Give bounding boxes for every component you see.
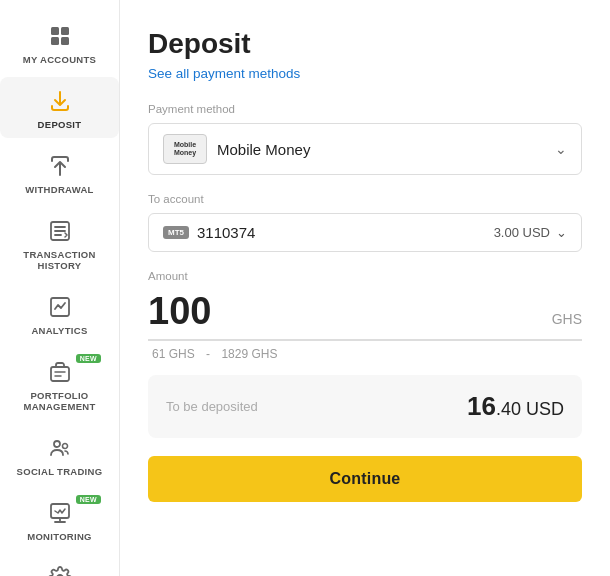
sidebar-item-my-accounts-label: MY ACCOUNTS [23, 54, 97, 65]
portfolio-icon [46, 358, 74, 386]
to-account-section: To account MT5 3110374 3.00 USD ⌄ [148, 193, 582, 252]
continue-button[interactable]: Continue [148, 456, 582, 502]
account-chevron-icon: ⌄ [556, 225, 567, 240]
sidebar-item-settings[interactable]: SETTINGS [0, 554, 119, 576]
monitoring-new-badge: NEW [76, 495, 101, 504]
amount-separator: - [206, 347, 210, 361]
account-right: 3.00 USD ⌄ [494, 225, 567, 240]
svg-rect-6 [51, 367, 69, 381]
sidebar-item-portfolio-label: PORTFOLIO MANAGEMENT [6, 390, 113, 412]
sidebar-item-my-accounts[interactable]: MY ACCOUNTS [0, 12, 119, 73]
svg-point-7 [54, 441, 60, 447]
social-trading-icon [46, 434, 74, 462]
amount-max: 1829 GHS [221, 347, 277, 361]
deposit-small-number: .40 USD [496, 399, 564, 419]
sidebar: MY ACCOUNTS DEPOSIT WITHDRAWAL [0, 0, 120, 576]
sidebar-item-monitoring[interactable]: NEW MONITORING [0, 489, 119, 550]
analytics-icon [46, 293, 74, 321]
sidebar-item-transaction-history-label: TRANSACTION HISTORY [6, 249, 113, 271]
amount-min: 61 GHS [152, 347, 195, 361]
portfolio-new-badge: NEW [76, 354, 101, 363]
transaction-history-icon [46, 217, 74, 245]
deposit-amount: 16.40 USD [467, 391, 564, 422]
svg-point-8 [62, 444, 67, 449]
to-account-label: To account [148, 193, 582, 205]
sidebar-item-withdrawal-label: WITHDRAWAL [25, 184, 93, 195]
sidebar-item-deposit-label: DEPOSIT [38, 119, 82, 130]
sidebar-item-deposit[interactable]: DEPOSIT [0, 77, 119, 138]
account-dropdown[interactable]: MT5 3110374 3.00 USD ⌄ [148, 213, 582, 252]
account-number: 3110374 [197, 224, 255, 241]
amount-input-row: 100 GHS [148, 290, 582, 341]
settings-icon [46, 564, 74, 576]
sidebar-item-social-trading[interactable]: SOCIAL TRADING [0, 424, 119, 485]
see-all-payment-methods-link[interactable]: See all payment methods [148, 66, 582, 81]
amount-currency: GHS [552, 311, 582, 327]
payment-method-label: Payment method [148, 103, 582, 115]
my-accounts-icon [46, 22, 74, 50]
deposit-summary: To be deposited 16.40 USD [148, 375, 582, 438]
mobile-money-icon: MobileMoney [163, 134, 207, 164]
svg-rect-1 [61, 27, 69, 35]
svg-rect-0 [51, 27, 59, 35]
deposit-icon [46, 87, 74, 115]
amount-range: 61 GHS - 1829 GHS [148, 347, 582, 361]
amount-section: Amount 100 GHS 61 GHS - 1829 GHS [148, 270, 582, 361]
mt5-badge: MT5 [163, 226, 189, 239]
sidebar-item-monitoring-label: MONITORING [27, 531, 92, 542]
sidebar-item-analytics-label: ANALYTICS [31, 325, 87, 336]
sidebar-item-social-trading-label: SOCIAL TRADING [17, 466, 103, 477]
sidebar-item-withdrawal[interactable]: WITHDRAWAL [0, 142, 119, 203]
monitoring-icon [46, 499, 74, 527]
payment-method-dropdown[interactable]: MobileMoney Mobile Money ⌄ [148, 123, 582, 175]
sidebar-item-transaction-history[interactable]: TRANSACTION HISTORY [0, 207, 119, 279]
deposit-big-number: 16 [467, 391, 496, 421]
sidebar-item-analytics[interactable]: ANALYTICS [0, 283, 119, 344]
account-balance: 3.00 USD [494, 225, 550, 240]
page-title: Deposit [148, 28, 582, 60]
sidebar-item-portfolio-management[interactable]: NEW PORTFOLIO MANAGEMENT [0, 348, 119, 420]
account-left: MT5 3110374 [163, 224, 255, 241]
deposit-label: To be deposited [166, 399, 258, 414]
withdrawal-icon [46, 152, 74, 180]
amount-value[interactable]: 100 [148, 290, 211, 333]
payment-method-section: Payment method MobileMoney Mobile Money … [148, 103, 582, 175]
svg-rect-2 [51, 37, 59, 45]
chevron-down-icon: ⌄ [555, 141, 567, 157]
payment-method-dropdown-left: MobileMoney Mobile Money [163, 134, 310, 164]
main-content: Deposit See all payment methods Payment … [120, 0, 610, 576]
amount-label: Amount [148, 270, 582, 282]
payment-method-value: Mobile Money [217, 141, 310, 158]
svg-rect-3 [61, 37, 69, 45]
